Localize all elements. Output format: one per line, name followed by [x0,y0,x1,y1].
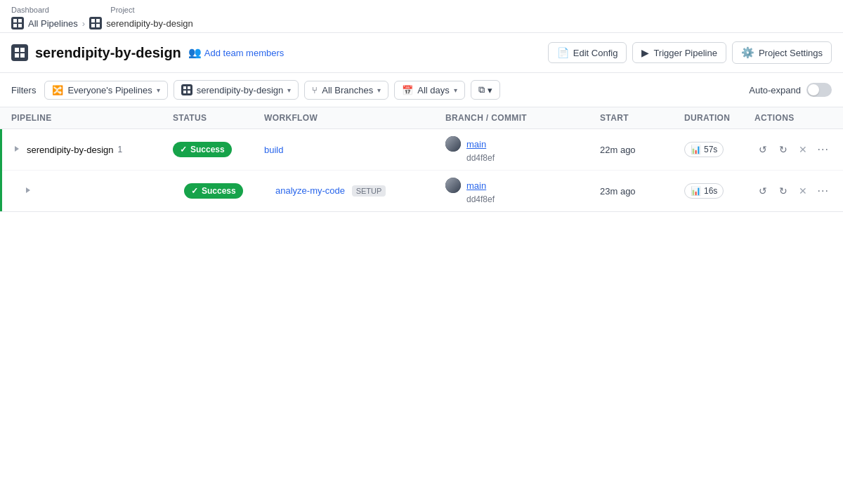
branch-name-2[interactable]: main [466,180,486,191]
trigger-pipeline-button[interactable]: ▶ Trigger Pipeline [632,42,726,63]
duration-badge-1: 📊 57s [684,142,724,157]
edit-config-button[interactable]: 📄 Edit Config [548,42,627,63]
edit-config-label: Edit Config [573,48,618,58]
auto-expand-label: Auto-expand [749,85,801,95]
breadcrumb: All Pipelines › serendipity-by-design [11,17,832,29]
cancel-button-1[interactable]: ✕ [795,140,812,159]
trigger-label: Trigger Pipeline [653,48,717,58]
actions-cell-1: ↺ ↻ ✕ ··· [754,140,832,159]
advanced-filter-button[interactable]: ⧉ ▾ [471,80,500,100]
all-pipelines-link[interactable]: All Pipelines [28,18,78,29]
header-left: serendipity-by-design 👥 Add team members [11,44,284,61]
duration-chart-icon: 📊 [691,145,701,154]
date-filter-chevron: ▾ [454,86,457,94]
cancel-button-2[interactable]: ✕ [795,181,812,201]
pipeline-filter-icon: 🔀 [52,85,63,95]
pipelines-table: Pipeline Status Workflow Branch / Commit… [0,107,843,212]
branch-row-2: main [445,178,600,193]
actions-cell-2: ↺ ↻ ✕ ··· [754,181,832,201]
svg-rect-7 [96,24,100,27]
breadcrumb-labels: Dashboard Project [11,6,832,14]
svg-rect-13 [188,86,190,89]
svg-rect-4 [91,19,95,22]
start-time-2: 23m ago [600,186,684,197]
project-title: serendipity-by-design [35,45,181,61]
workflow-cell-2: analyze-my-code SETUP [275,185,445,197]
workflow-link-2[interactable]: analyze-my-code [275,185,345,196]
svg-rect-8 [15,48,19,52]
retry-button-1[interactable]: ↺ [754,140,772,159]
project-filter[interactable]: serendipity-by-design ▾ [174,80,299,100]
filter-icon: ⧉ [478,84,485,95]
duration-value-2: 16s [704,186,717,196]
dashboard-icon [11,17,24,29]
svg-rect-1 [18,19,22,22]
workflow-cell-1: build [264,145,445,155]
auto-expand-toggle[interactable] [806,83,832,97]
branch-filter[interactable]: ⑂ All Branches ▾ [304,81,388,100]
current-project-name: serendipity-by-design [106,18,193,29]
table-header: Pipeline Status Workflow Branch / Commit… [0,107,843,129]
date-filter[interactable]: 📅 All days ▾ [394,81,465,100]
add-team-members-link[interactable]: 👥 Add team members [188,46,284,59]
header-right: 📄 Edit Config ▶ Trigger Pipeline ⚙️ Proj… [548,41,832,64]
toggle-dot [808,84,819,95]
table-row: serendipity-by-design 1 ✓ Success build … [0,129,843,170]
branch-commit-cell-1: main dd4f8ef [445,136,600,163]
col-status: Status [173,113,264,123]
expand-button[interactable] [11,143,22,157]
col-pipeline: Pipeline [11,113,173,123]
pipeline-name-cell: serendipity-by-design 1 [11,143,173,157]
add-members-icon: 👥 [188,46,202,59]
status-cell-2: ✓ Success [184,183,275,199]
rerun-button-1[interactable]: ↻ [775,140,792,159]
duration-badge-2: 📊 16s [684,183,724,199]
more-actions-2[interactable]: ··· [815,181,832,201]
setup-badge: SETUP [352,185,386,197]
pipeline-filter-value: Everyone's Pipelines [67,85,152,95]
col-start: Start [600,113,684,123]
project-crumb-label: Project [110,6,134,14]
status-label: Success [190,145,225,154]
project-filter-icon [181,84,192,95]
branch-filter-icon: ⑂ [312,85,318,95]
retry-button-2[interactable]: ↺ [754,181,772,201]
svg-rect-9 [20,48,25,52]
rerun-button-2[interactable]: ↻ [775,181,792,201]
pipeline-filter[interactable]: 🔀 Everyone's Pipelines ▾ [44,81,167,100]
branch-name-1[interactable]: main [466,139,486,150]
duration-cell-2: 📊 16s [684,183,754,199]
svg-rect-6 [91,24,95,27]
status-label-2: Success [202,186,236,196]
more-actions-1[interactable]: ··· [815,140,832,159]
svg-rect-15 [188,91,190,93]
start-time-1: 22m ago [600,145,684,155]
svg-rect-0 [13,19,17,22]
branch-filter-chevron: ▾ [377,86,381,94]
commit-hash-2: dd4f8ef [445,194,600,204]
status-check-icon: ✓ [180,145,187,154]
project-icon [11,44,28,61]
filters-bar: Filters 🔀 Everyone's Pipelines ▾ serendi… [0,73,843,107]
expand-sub-button[interactable] [22,185,34,198]
avatar-img-2 [445,178,461,193]
project-crumb-icon [89,17,102,29]
avatar-2 [445,178,461,193]
pipeline-name: serendipity-by-design [27,145,114,155]
edit-config-icon: 📄 [557,47,569,58]
duration-chart-icon-2: 📊 [691,186,701,196]
workflow-link-1[interactable]: build [264,145,283,155]
project-settings-button[interactable]: ⚙️ Project Settings [732,41,832,64]
svg-marker-17 [26,187,30,193]
project-settings-label: Project Settings [759,48,823,58]
svg-rect-5 [96,19,100,22]
pipeline-row-group-1: serendipity-by-design 1 ✓ Success build … [0,129,843,212]
date-filter-value: All days [417,85,450,95]
crumb-sep1 [52,6,107,14]
svg-rect-12 [183,86,186,89]
col-duration: Duration [684,113,754,123]
pipeline-filter-chevron: ▾ [157,86,160,94]
table-row: ✓ Success analyze-my-code SETUP main dd4… [0,170,843,211]
avatar-img-1 [445,136,461,152]
filter-chevron: ▾ [488,85,492,95]
